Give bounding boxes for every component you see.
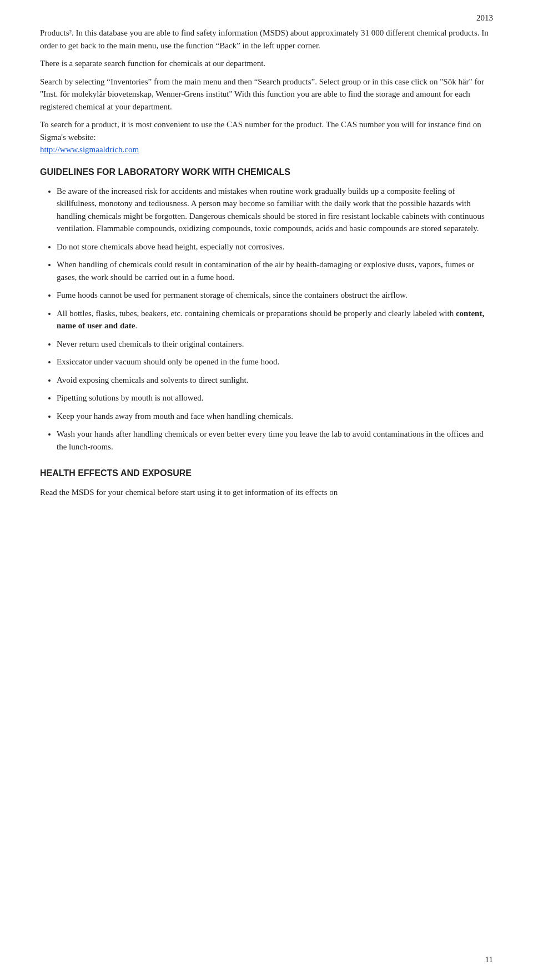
intro-paragraph-3: Search by selecting “Inventories” from t… bbox=[40, 76, 493, 113]
year-label: 2013 bbox=[476, 13, 493, 23]
guideline-item-5: All bottles, flasks, tubes, beakers, etc… bbox=[57, 307, 493, 332]
guideline-item-1: Be aware of the increased risk for accid… bbox=[57, 185, 493, 235]
guideline-item-6: Never return used chemicals to their ori… bbox=[57, 338, 493, 351]
guideline-item-7: Exsiccator under vacuum should only be o… bbox=[57, 356, 493, 368]
intro-paragraph-1: Products². In this database you are able… bbox=[40, 27, 493, 52]
intro-paragraph-4: To search for a product, it is most conv… bbox=[40, 118, 493, 156]
guideline-item-10: Keep your hands away from mouth and face… bbox=[57, 410, 493, 423]
guideline-item-8: Avoid exposing chemicals and solvents to… bbox=[57, 374, 493, 387]
guideline-item-2: Do not store chemicals above head height… bbox=[57, 241, 493, 253]
guidelines-list: Be aware of the increased risk for accid… bbox=[57, 185, 493, 453]
section1-heading: GUIDELINES FOR LABORATORY WORK WITH CHEM… bbox=[40, 167, 493, 177]
section2-heading: HEALTH EFFECTS AND EXPOSURE bbox=[40, 468, 493, 478]
guideline-item-4: Fume hoods cannot be used for permanent … bbox=[57, 289, 493, 302]
guideline-item-11: Wash your hands after handling chemicals… bbox=[57, 428, 493, 453]
sigmaaldrich-link[interactable]: http://www.sigmaaldrich.com bbox=[40, 145, 139, 154]
guideline-item-9: Pipetting solutions by mouth is not allo… bbox=[57, 392, 493, 404]
page: 2013 Products². In this database you are… bbox=[0, 0, 533, 980]
intro-paragraph-2: There is a separate search function for … bbox=[40, 57, 493, 70]
guideline-item-3: When handling of chemicals could result … bbox=[57, 258, 493, 283]
page-number: 11 bbox=[485, 955, 493, 964]
section2-paragraph: Read the MSDS for your chemical before s… bbox=[40, 486, 493, 499]
